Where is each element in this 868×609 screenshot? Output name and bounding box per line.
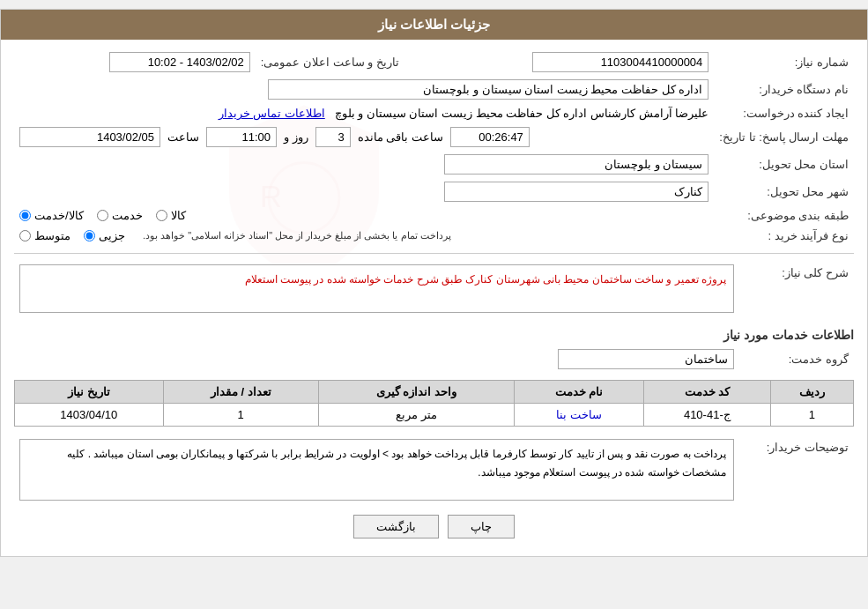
category-label-kala: کالا [171,209,186,222]
reply-days-label: روز و [284,130,308,144]
buyer-org-input[interactable]: اداره کل حفاظت محیط زیست استان سیستان و … [268,79,708,100]
cell-name: ساخت بنا [515,403,644,426]
col-header-unit: واحد اندازه گیری [318,380,514,403]
reply-days-input[interactable]: 3 [315,127,351,147]
divider-1 [14,253,854,254]
category-label-khedmat: خدمت [112,209,143,222]
creator-value: علیرضا آرامش کارشناس اداره کل حفاظت محیط… [14,103,714,123]
category-label: طبقه بندی موضوعی: [714,205,854,226]
category-radio-group: کالا/خدمت خدمت کالا [19,209,708,222]
cell-row: 1 [770,403,853,426]
process-radio-group: متوسط جزیی [19,229,125,242]
delivery-city-row: شهر محل تحویل: کنارک [14,178,854,205]
delivery-province-value: سیستان و بلوچستان [14,151,714,178]
process-row: نوع فرآیند خرید : متوسط جزیی [14,226,854,246]
category-radio-khedmat[interactable] [97,210,108,221]
service-group-value: ساختمان [14,345,739,373]
category-options: کالا/خدمت خدمت کالا [14,205,714,226]
category-label-kala-khedmat: کالا/خدمت [34,209,84,222]
info-table: شماره نیاز: 1103004410000004 تاریخ و ساع… [14,48,854,246]
announce-date-label: تاریخ و ساعت اعلان عمومی: [256,48,417,76]
content-area: R شماره نیاز: 1103004410000004 تاریخ و س… [1,40,867,556]
process-radio-motevaset[interactable] [19,230,31,241]
cell-unit: متر مربع [318,403,514,426]
buyer-org-row: نام دستگاه خریدار: اداره کل حفاظت محیط ز… [14,76,854,103]
service-group-label: گروه خدمت: [739,345,854,373]
creator-label: ایجاد کننده درخواست: [714,103,854,123]
col-header-name: نام خدمت [515,380,644,403]
category-option-kala-khedmat[interactable]: کالا/خدمت [19,209,84,222]
description-value [14,261,739,319]
content-inner: شماره نیاز: 1103004410000004 تاریخ و ساع… [14,48,854,538]
creator-row: ایجاد کننده درخواست: علیرضا آرامش کارشنا… [14,103,854,123]
process-label-motevaset: متوسط [34,229,70,242]
need-number-value: 1103004410000004 [417,48,714,76]
delivery-province-input[interactable]: سیستان و بلوچستان [444,154,708,175]
reply-date-input[interactable]: 1403/02/05 [19,127,160,147]
print-button[interactable]: چاپ [448,515,515,538]
delivery-province-row: استان محل تحویل: سیستان و بلوچستان [14,151,854,178]
description-row: شرح کلی نیاز: [14,261,854,319]
delivery-city-label: شهر محل تحویل: [714,178,854,205]
category-option-kala[interactable]: کالا [156,209,186,222]
category-row: طبقه بندی موضوعی: کالا/خدمت خدمت [14,205,854,226]
buyer-org-label: نام دستگاه خریدار: [714,76,854,103]
reply-remain-input[interactable]: 00:26:47 [450,127,530,147]
cell-qty: 1 [163,403,318,426]
need-number-input[interactable]: 1103004410000004 [532,52,708,72]
reply-time-label: ساعت [167,130,199,144]
buyer-notes-box: پرداخت به صورت نقد و پس از تایید کار توس… [19,439,734,501]
table-row: 1 ج-41-410 ساخت بنا متر مربع 1 1403/04/1… [15,403,854,426]
buyer-notes-label: توضیحات خریدار: [739,435,854,504]
service-group-row: گروه خدمت: ساختمان [14,345,854,373]
process-label: نوع فرآیند خرید : [714,226,854,246]
back-button[interactable]: بازگشت [353,515,439,538]
process-label-jozi: جزیی [99,229,125,242]
description-label: شرح کلی نیاز: [739,261,854,319]
need-number-row: شماره نیاز: 1103004410000004 تاریخ و ساع… [14,48,854,76]
process-option-jozi[interactable]: جزیی [84,229,125,242]
col-header-row: ردیف [770,380,853,403]
delivery-city-input[interactable]: کنارک [444,182,708,202]
col-header-code: کد خدمت [644,380,770,403]
services-table-head: ردیف کد خدمت نام خدمت واحد اندازه گیری ت… [15,380,854,403]
notes-row: توضیحات خریدار: پرداخت به صورت نقد و پس … [14,435,854,504]
service-group-table: گروه خدمت: ساختمان [14,345,854,373]
category-radio-kala[interactable] [156,210,167,221]
page-wrapper: جزئیات اطلاعات نیاز R شماره نیاز: 110300… [0,9,868,557]
process-note: پرداخت تمام یا بخشی از مبلغ خریدار از مح… [143,230,451,241]
process-radio-jozi[interactable] [84,230,95,241]
services-section: اطلاعات خدمات مورد نیاز گروه خدمت: ساختم… [14,328,854,427]
delivery-city-value: کنارک [14,178,714,205]
delivery-province-label: استان محل تحویل: [714,151,854,178]
reply-deadline-row: مهلت ارسال پاسخ: تا تاریخ: 1403/02/05 سا… [14,123,854,151]
announce-date-value: 1403/02/02 - 10:02 [14,48,256,76]
notes-table: توضیحات خریدار: پرداخت به صورت نقد و پس … [14,435,854,504]
buyer-org-value: اداره کل حفاظت محیط زیست استان سیستان و … [14,76,714,103]
col-header-qty: تعداد / مقدار [163,380,318,403]
page-header: جزئیات اطلاعات نیاز [1,10,867,40]
col-header-date: تاریخ نیاز [15,380,164,403]
reply-deadline-label: مهلت ارسال پاسخ: تا تاریخ: [714,123,854,151]
reply-deadline-value: 1403/02/05 ساعت 11:00 روز و 3 ساعت باقی … [14,123,714,151]
service-group-input[interactable]: ساختمان [558,349,734,369]
services-table-body: 1 ج-41-410 ساخت بنا متر مربع 1 1403/04/1… [15,403,854,426]
process-option-motevaset[interactable]: متوسط [19,229,70,242]
announce-date-input[interactable]: 1403/02/02 - 10:02 [109,52,250,72]
services-table-header-row: ردیف کد خدمت نام خدمت واحد اندازه گیری ت… [15,380,854,403]
need-number-label: شماره نیاز: [714,48,854,76]
page-title: جزئیات اطلاعات نیاز [378,17,490,32]
services-table: ردیف کد خدمت نام خدمت واحد اندازه گیری ت… [14,380,854,427]
category-radio-kala-khedmat[interactable] [19,210,31,221]
reply-time-input[interactable]: 11:00 [206,127,277,147]
cell-code: ج-41-410 [644,403,770,426]
reply-remain-label: ساعت باقی مانده [358,130,443,144]
category-option-khedmat[interactable]: خدمت [97,209,143,222]
buyer-notes-value: پرداخت به صورت نقد و پس از تایید کار توس… [14,435,739,504]
creator-contact-link[interactable]: اطلاعات تماس خریدار [219,107,325,120]
description-table: شرح کلی نیاز: [14,261,854,319]
services-section-title: اطلاعات خدمات مورد نیاز [14,328,854,342]
cell-date: 1403/04/10 [15,403,164,426]
description-textarea[interactable] [19,264,734,313]
buttons-row: چاپ بازگشت [14,515,854,538]
